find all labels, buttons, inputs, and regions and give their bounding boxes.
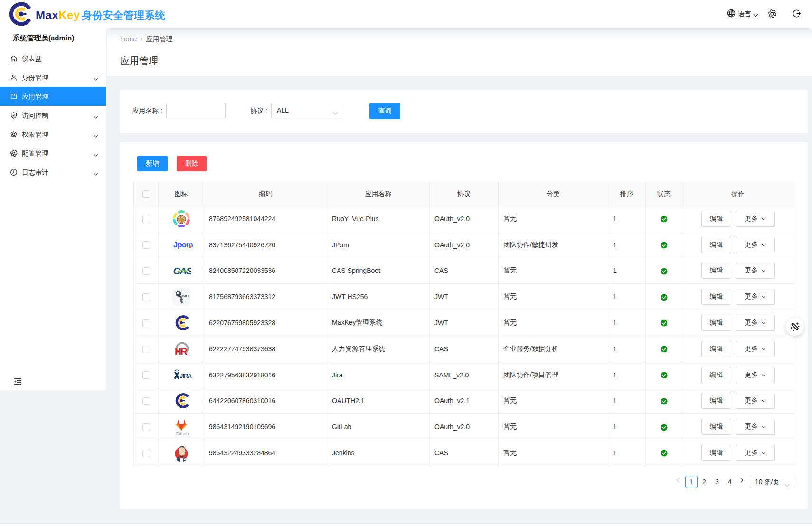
svg-text:JWT: JWT — [181, 294, 189, 298]
svg-text:GitLab: GitLab — [175, 431, 189, 436]
svg-text:JIRA: JIRA — [179, 372, 192, 379]
svg-text:HR: HR — [175, 346, 188, 357]
